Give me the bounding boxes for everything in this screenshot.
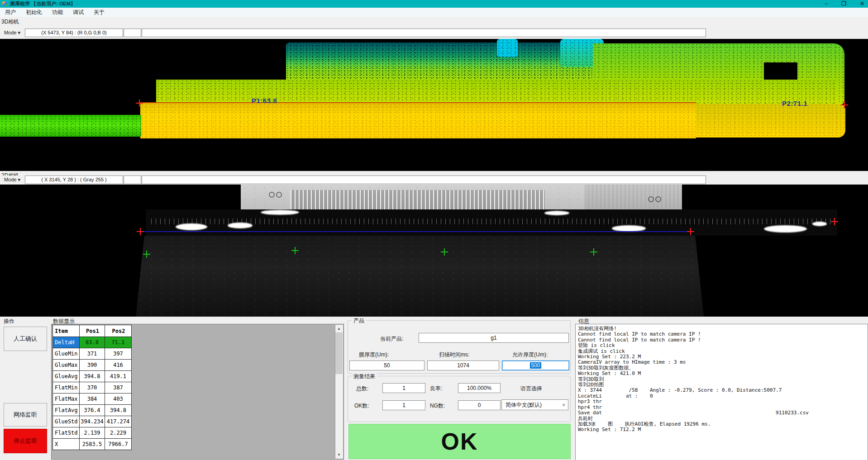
camera3d-toolbar-box	[124, 28, 141, 37]
total-field[interactable]: 1	[382, 383, 425, 393]
camera2d-pixel-status: ( X 3145, Y 28 ) : ( Gray 255 )	[25, 175, 123, 184]
log-line: X : 3744 /58 Angle : -0.279, Score : 0.0…	[578, 388, 868, 393]
dropdown-arrow-icon: ▾	[18, 177, 21, 182]
log-line: Working Set : 421.0 M	[578, 371, 868, 376]
crosshair-marker-red	[136, 100, 143, 107]
camera2d-toolbar-box2	[142, 175, 706, 184]
glue-blob	[261, 210, 299, 215]
current-product-label: 当前产品:	[380, 335, 403, 343]
crosshair-marker-red	[841, 101, 848, 109]
total-label: 总数:	[356, 385, 368, 393]
scroll-down-icon[interactable]: ▼	[335, 451, 343, 459]
menu-bar: 用户 初始化 功能 调试 关于	[0, 8, 868, 17]
heightmap-cyan-patch	[497, 39, 518, 57]
log-line: Save dat 9110233.csv	[578, 410, 868, 416]
table-row-glueavg[interactable]: GlueAvg394.8419.1	[53, 371, 132, 382]
table-row-gluemin[interactable]: GlueMin371397	[53, 348, 132, 360]
crosshair-marker-green	[143, 251, 150, 258]
window-title: 测厚程序 【当前用户: OEM】	[10, 0, 76, 7]
title-bar[interactable]: 测厚程序 【当前用户: OEM】 – ❐ ✕	[0, 0, 868, 8]
maximize-icon[interactable]: ❐	[841, 0, 846, 8]
heightmap-green-bar	[0, 115, 141, 137]
combo-arrow-icon: ˅	[563, 402, 565, 408]
film-thickness-field[interactable]: 50	[349, 360, 424, 370]
menu-item-debug[interactable]: 调试	[68, 8, 89, 17]
table-row-deltah[interactable]: DeltaH63.871.1	[53, 337, 132, 348]
results-group-title: 测量结果	[352, 373, 377, 380]
camera3d-mode-button[interactable]: Mode ▾	[1, 28, 24, 37]
crosshair-marker-green	[590, 248, 597, 256]
measure-line-blue	[143, 231, 693, 232]
info-log[interactable]: 3D相机没有网络! Cannot find local IP to match …	[575, 324, 868, 460]
glue-blob	[228, 223, 253, 228]
table-header: Item Pos1 Pos2	[53, 325, 132, 337]
table-row-gluemax[interactable]: GlueMax390416	[53, 360, 132, 371]
scrollbar-thumb[interactable]	[335, 332, 343, 374]
yield-field[interactable]: 100.000%	[458, 383, 501, 393]
app-icon	[2, 1, 7, 6]
ng-count-label: NG数:	[430, 402, 445, 410]
fpc-hole	[648, 196, 654, 202]
table-row-x[interactable]: X2583.57966.7	[53, 439, 132, 450]
table-row-flatmax[interactable]: FlatMax384403	[53, 394, 132, 405]
log-line: 登陆 is click	[578, 343, 868, 348]
menu-item-init[interactable]: 初始化	[21, 8, 47, 17]
p1-measure-label: P1:63.8	[252, 97, 277, 104]
ok-count-label: OK数:	[354, 402, 369, 410]
table-row-flatavg[interactable]: FlatAvg376.4394.8	[53, 405, 132, 416]
language-select-label: 语言选择	[520, 385, 542, 393]
table-row-flatmin[interactable]: FlatMin370387	[53, 382, 132, 394]
ok-count-field[interactable]: 1	[382, 400, 425, 410]
camera2d-mode-button[interactable]: Mode ▾	[1, 175, 24, 184]
minimize-icon[interactable]: –	[825, 0, 828, 8]
heightmap-yellow-slab	[140, 102, 696, 138]
camera3d-toolbar: Mode ▾ (X 5473, Y 84) : (R 0,G 0,B 0)	[0, 28, 868, 37]
grid-scrollbar[interactable]: ▲ ▼	[335, 325, 343, 459]
camera2d-toolbar-box	[124, 175, 141, 184]
menu-item-function[interactable]: 功能	[47, 8, 68, 17]
data-grid[interactable]: Item Pos1 Pos2 DeltaH63.871.1 GlueMin371…	[51, 324, 344, 460]
heightmap-right-yellow	[696, 104, 845, 138]
scan-time-field[interactable]: 1074	[427, 360, 499, 370]
log-line: Cannot find local IP to match camera IP …	[578, 332, 868, 337]
menu-item-user[interactable]: 用户	[0, 8, 21, 17]
fpc-hole	[269, 192, 275, 198]
log-line: Working Set : 712.2 M	[578, 427, 868, 432]
crosshair-marker-green	[291, 247, 299, 254]
log-line: Cannot find local IP to match camera IP …	[578, 337, 868, 343]
allow-thickness-field[interactable]: 500	[502, 360, 569, 370]
camera3d-label: 3D相机	[1, 18, 19, 26]
language-select-dropdown[interactable]: 简体中文(默认) ˅	[501, 399, 568, 410]
close-icon[interactable]: ✕	[860, 0, 864, 8]
stop-listen-button[interactable]: 停止监听	[4, 429, 47, 453]
table-row-gluestd[interactable]: GlueStd394.234417.274	[53, 416, 132, 427]
product-body	[136, 236, 704, 317]
log-line: 等到3D取到	[578, 377, 868, 382]
manual-confirm-button[interactable]: 人工确认	[4, 327, 47, 351]
glue-blob	[612, 225, 646, 232]
glue-blob	[544, 211, 569, 215]
product-group-title: 产品	[352, 317, 366, 325]
dropdown-arrow-icon: ▾	[18, 30, 21, 35]
yield-label: 良率:	[430, 385, 442, 393]
log-line: CameraIV array to HImage time : 3 ms	[578, 360, 868, 365]
scroll-up-icon[interactable]: ▲	[335, 325, 343, 332]
current-product-field[interactable]: g1	[419, 333, 569, 343]
fpc-hole	[276, 192, 282, 198]
glue-blob	[176, 223, 207, 230]
2d-grayscale-view[interactable]	[0, 185, 868, 317]
crosshair-marker-red	[137, 228, 144, 235]
table-row-flatstd[interactable]: FlatStd2.1392.229	[53, 427, 132, 439]
camera2d-toolbar: Mode ▾ ( X 3145, Y 28 ) : ( Gray 255 )	[0, 175, 868, 184]
crosshair-marker-red	[831, 218, 838, 225]
crosshair-marker-green	[441, 248, 448, 256]
3d-heightmap-view[interactable]: P1:63.8 P2:71.1	[0, 39, 868, 171]
log-line: hpr3 thr	[578, 399, 868, 404]
allow-thickness-label: 允许厚度(Um):	[512, 351, 548, 359]
network-listen-button[interactable]: 网络监听	[4, 403, 47, 427]
glue-blob	[764, 225, 807, 232]
operation-panel-title: 操作	[4, 318, 14, 325]
menu-item-about[interactable]: 关于	[89, 8, 110, 17]
result-status-panel: OK	[348, 424, 571, 459]
ng-count-field[interactable]: 0	[458, 400, 501, 410]
